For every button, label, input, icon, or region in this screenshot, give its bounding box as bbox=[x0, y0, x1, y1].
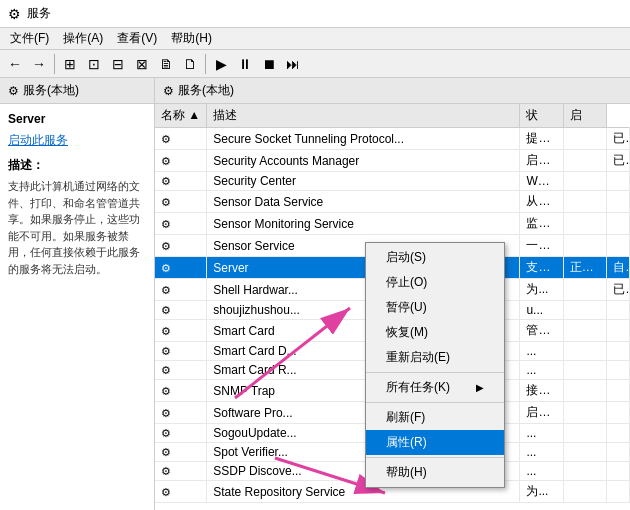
toolbar-btn-6[interactable]: 🗋 bbox=[179, 53, 201, 75]
toolbar-btn-5[interactable]: 🗎 bbox=[155, 53, 177, 75]
table-header-row: 名称 ▲ 描述 状 启 bbox=[155, 104, 630, 128]
service-status-cell bbox=[563, 380, 606, 402]
menu-help[interactable]: 帮助(H) bbox=[165, 28, 218, 49]
service-icon-cell: ⚙ bbox=[155, 235, 207, 257]
ctx-item-label: 重新启动(E) bbox=[386, 349, 450, 366]
toolbar-sep-2 bbox=[205, 54, 206, 74]
restart-service-button[interactable]: ⏭ bbox=[282, 53, 304, 75]
stop-service-button[interactable]: ⏹ bbox=[258, 53, 280, 75]
sidebar-start-link[interactable]: 启动此服务 bbox=[8, 133, 68, 147]
service-name-cell: Sensor Data Service bbox=[207, 191, 520, 213]
service-start-cell bbox=[607, 443, 630, 462]
title-text: 服务 bbox=[27, 5, 51, 22]
service-status-cell bbox=[563, 213, 606, 235]
menu-file[interactable]: 文件(F) bbox=[4, 28, 55, 49]
ctx-item-label: 刷新(F) bbox=[386, 409, 425, 426]
ctx-separator bbox=[366, 402, 504, 403]
ctx-item-所有任务K[interactable]: 所有任务(K)▶ bbox=[366, 375, 504, 400]
ctx-item-暂停U[interactable]: 暂停(U) bbox=[366, 295, 504, 320]
service-icon-cell: ⚙ bbox=[155, 481, 207, 503]
ctx-item-刷新F[interactable]: 刷新(F) bbox=[366, 405, 504, 430]
service-icon-cell: ⚙ bbox=[155, 380, 207, 402]
main-panel-title: 服务(本地) bbox=[178, 82, 234, 99]
service-start-cell: 自动 bbox=[607, 257, 630, 279]
service-desc-cell: 一种... bbox=[520, 235, 563, 257]
start-service-button[interactable]: ▶ bbox=[210, 53, 232, 75]
ctx-item-恢复M[interactable]: 恢复(M) bbox=[366, 320, 504, 345]
col-desc-header[interactable]: 描述 bbox=[207, 104, 520, 128]
service-desc-cell: 启用... bbox=[520, 402, 563, 424]
toolbar-btn-3[interactable]: ⊟ bbox=[107, 53, 129, 75]
service-status-cell bbox=[563, 424, 606, 443]
service-desc-cell: ... bbox=[520, 361, 563, 380]
menu-bar: 文件(F) 操作(A) 查看(V) 帮助(H) bbox=[0, 28, 630, 50]
service-status-cell bbox=[563, 191, 606, 213]
ctx-item-label: 停止(O) bbox=[386, 274, 427, 291]
service-status-cell bbox=[563, 481, 606, 503]
ctx-item-停止O[interactable]: 停止(O) bbox=[366, 270, 504, 295]
ctx-item-启动S[interactable]: 启动(S) bbox=[366, 245, 504, 270]
service-desc-cell: 为... bbox=[520, 481, 563, 503]
service-status-cell bbox=[563, 235, 606, 257]
service-status-cell bbox=[563, 402, 606, 424]
ctx-item-属性R[interactable]: 属性(R) bbox=[366, 430, 504, 455]
ctx-item-重新启动E[interactable]: 重新启动(E) bbox=[366, 345, 504, 370]
main-panel: ⚙ 服务(本地) 名称 ▲ 描述 状 启 ⚙Secure Socket Tunn… bbox=[155, 78, 630, 510]
service-icon-cell: ⚙ bbox=[155, 191, 207, 213]
service-start-cell bbox=[607, 402, 630, 424]
toolbar-btn-4[interactable]: ⊠ bbox=[131, 53, 153, 75]
menu-action[interactable]: 操作(A) bbox=[57, 28, 109, 49]
service-status-cell bbox=[563, 172, 606, 191]
service-name-cell: Secure Socket Tunneling Protocol... bbox=[207, 128, 520, 150]
table-row[interactable]: ⚙Security CenterWSC... bbox=[155, 172, 630, 191]
service-icon-cell: ⚙ bbox=[155, 342, 207, 361]
ctx-item-label: 启动(S) bbox=[386, 249, 426, 266]
col-name-header[interactable]: 名称 ▲ bbox=[155, 104, 207, 128]
toolbar-btn-2[interactable]: ⊡ bbox=[83, 53, 105, 75]
toolbar-sep-1 bbox=[54, 54, 55, 74]
service-desc-cell: u... bbox=[520, 301, 563, 320]
toolbar-btn-1[interactable]: ⊞ bbox=[59, 53, 81, 75]
service-start-cell: 已 bbox=[607, 279, 630, 301]
table-row[interactable]: ⚙Secure Socket Tunneling Protocol...提供..… bbox=[155, 128, 630, 150]
title-bar: ⚙ 服务 bbox=[0, 0, 630, 28]
service-start-cell bbox=[607, 320, 630, 342]
table-row[interactable]: ⚙Sensor Data Service从各... bbox=[155, 191, 630, 213]
service-desc-cell: 监视... bbox=[520, 213, 563, 235]
table-row[interactable]: ⚙Sensor Monitoring Service监视... bbox=[155, 213, 630, 235]
service-start-cell bbox=[607, 213, 630, 235]
service-icon-cell: ⚙ bbox=[155, 257, 207, 279]
service-start-cell bbox=[607, 462, 630, 481]
service-start-cell bbox=[607, 235, 630, 257]
service-status-cell bbox=[563, 150, 606, 172]
service-status-cell bbox=[563, 462, 606, 481]
service-icon-cell: ⚙ bbox=[155, 150, 207, 172]
service-desc-cell: ... bbox=[520, 424, 563, 443]
ctx-separator bbox=[366, 457, 504, 458]
forward-button[interactable]: → bbox=[28, 53, 50, 75]
service-status-cell bbox=[563, 342, 606, 361]
service-icon-cell: ⚙ bbox=[155, 128, 207, 150]
ctx-item-label: 恢复(M) bbox=[386, 324, 428, 341]
menu-view[interactable]: 查看(V) bbox=[111, 28, 163, 49]
service-status-cell bbox=[563, 128, 606, 150]
back-button[interactable]: ← bbox=[4, 53, 26, 75]
col-status-header[interactable]: 状 bbox=[520, 104, 563, 128]
table-row[interactable]: ⚙Security Accounts Manager启动...已 bbox=[155, 150, 630, 172]
main-panel-header: ⚙ 服务(本地) bbox=[155, 78, 630, 104]
service-icon-cell: ⚙ bbox=[155, 213, 207, 235]
pause-service-button[interactable]: ⏸ bbox=[234, 53, 256, 75]
service-status-cell bbox=[563, 320, 606, 342]
ctx-item-帮助H[interactable]: 帮助(H) bbox=[366, 460, 504, 485]
service-icon-cell: ⚙ bbox=[155, 172, 207, 191]
ctx-separator bbox=[366, 372, 504, 373]
service-status-cell bbox=[563, 361, 606, 380]
context-menu: 启动(S)停止(O)暂停(U)恢复(M)重新启动(E)所有任务(K)▶刷新(F)… bbox=[365, 242, 505, 488]
service-start-cell bbox=[607, 172, 630, 191]
service-start-cell bbox=[607, 380, 630, 402]
col-start-header[interactable]: 启 bbox=[563, 104, 606, 128]
submenu-arrow-icon: ▶ bbox=[476, 382, 484, 393]
app-icon: ⚙ bbox=[8, 6, 21, 22]
main-layout: ⚙ 服务(本地) Server 启动此服务 描述： 支持此计算机通过网络的文件、… bbox=[0, 78, 630, 510]
service-icon-cell: ⚙ bbox=[155, 320, 207, 342]
